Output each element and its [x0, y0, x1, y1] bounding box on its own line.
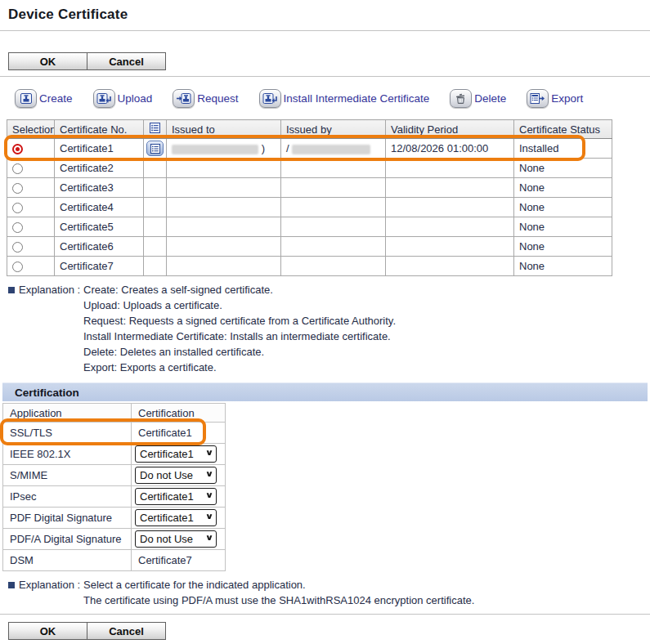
explanation-line: Install Intermediate Certificate: Instal… — [83, 329, 396, 344]
certificate-status-cell: None — [514, 257, 612, 276]
pdfa-digital-signature-certificate-select[interactable]: Do not Use — [135, 530, 217, 548]
explanation-line: Select a certificate for the indicated a… — [83, 577, 474, 593]
row-ieee-8021x: IEEE 802.1X Certificate1∨ — [3, 444, 226, 465]
issued-to-cell: ) — [167, 139, 281, 159]
validity-period-cell: 12/08/2026 01:00:00 — [386, 139, 514, 159]
request-button[interactable]: Request — [173, 89, 238, 108]
delete-button[interactable]: Delete — [450, 89, 506, 108]
create-label: Create — [39, 92, 73, 105]
details-list-icon — [150, 123, 160, 133]
device-certificate-page: Device Certificate OK Cancel Create Uplo… — [0, 0, 650, 640]
table-row-certificate3: Certificate3 None — [7, 178, 612, 198]
certificate-stamp-return-icon — [93, 89, 115, 108]
redacted-text — [172, 145, 258, 154]
certificate-status-cell: None — [514, 198, 612, 217]
divider — [0, 76, 650, 77]
explanation-line: The certificate using PDF/A must use the… — [83, 593, 474, 608]
row-pdf-digital-signature: PDF Digital Signature Certificate1∨ — [3, 508, 226, 529]
table-row-certificate1: Certificate1 ) / 12/08/2026 01:00:00 Ins… — [7, 139, 612, 159]
ok-button-bottom[interactable]: OK — [8, 622, 87, 640]
row-ipsec: IPsec Certificate1∨ — [3, 486, 226, 508]
certification-explanation: Explanation : Select a certificate for t… — [8, 577, 650, 608]
delete-label: Delete — [474, 92, 506, 105]
document-arrow-out-icon — [527, 89, 549, 108]
explanation-label: Explanation : — [8, 577, 83, 608]
table-row-certificate4: Certificate4 None — [7, 198, 612, 217]
divider — [0, 614, 650, 615]
explanation-line: Delete: Deletes an installed certificate… — [83, 344, 396, 360]
toolbar-explanation: Explanation : Create: Creates a self-sig… — [8, 282, 650, 375]
certificate3-radio[interactable] — [12, 183, 23, 194]
certificate1-details-button[interactable] — [146, 141, 164, 156]
certificate-status-cell: None — [514, 159, 612, 178]
issued-by-header: Issued by — [281, 120, 386, 139]
explanation-line: Request: Requests a signed certificate f… — [83, 313, 396, 329]
table-row-certificate2: Certificate2 None — [7, 159, 612, 178]
explanation-line: Upload: Uploads a certificate. — [83, 297, 396, 313]
upload-button[interactable]: Upload — [93, 89, 153, 108]
certification-table: Application Certification SSL/TLS Certif… — [2, 403, 226, 571]
certificate7-radio[interactable] — [12, 262, 23, 272]
selection-header: Selection — [7, 120, 55, 139]
export-button[interactable]: Export — [527, 89, 583, 108]
bottom-button-row: OK Cancel — [8, 622, 650, 640]
explanation-line: Create: Creates a self-signed certificat… — [83, 282, 396, 297]
smime-certificate-select[interactable]: Do not Use — [135, 467, 217, 484]
create-button[interactable]: Create — [15, 89, 73, 108]
export-label: Export — [551, 92, 583, 105]
page-title: Device Certificate — [8, 7, 650, 23]
top-button-row: OK Cancel — [8, 52, 650, 70]
ieee-8021x-certificate-select[interactable]: Certificate1 — [135, 445, 217, 463]
certification-table-wrap: Application Certification SSL/TLS Certif… — [2, 403, 225, 571]
issued-to-header: Issued to — [167, 120, 281, 139]
certificate-stamp-return-icon — [259, 89, 281, 108]
certificate-no-header: Certificate No. — [55, 120, 144, 139]
certificate4-radio[interactable] — [12, 203, 23, 213]
cancel-button-bottom[interactable]: Cancel — [87, 622, 166, 640]
certificate-table: Selection Certificate No. Issued to Issu… — [7, 119, 612, 276]
issued-by-cell: / — [281, 139, 386, 159]
install-intermediate-certificate-label: Install Intermediate Certificate — [284, 92, 430, 105]
divider — [0, 30, 650, 31]
validity-period-header: Validity Period — [386, 120, 514, 139]
certification-section-header: Certification — [2, 382, 648, 401]
certificate-status-cell: None — [514, 217, 612, 237]
row-pdfa-digital-signature: PDF/A Digital Signature Do not Use∨ — [3, 529, 226, 550]
row-smime: S/MIME Do not Use∨ — [3, 465, 226, 486]
table-row-certificate5: Certificate5 None — [7, 217, 612, 237]
install-intermediate-certificate-button[interactable]: Install Intermediate Certificate — [259, 89, 430, 108]
certificate-status-cell: None — [514, 178, 612, 198]
details-column-header — [144, 120, 167, 139]
ipsec-certificate-select[interactable]: Certificate1 — [135, 488, 217, 505]
certificate5-radio[interactable] — [12, 222, 23, 233]
square-bullet-icon — [8, 287, 15, 293]
certificate-table-header-row: Selection Certificate No. Issued to Issu… — [7, 120, 612, 139]
pdf-digital-signature-certificate-select[interactable]: Certificate1 — [135, 509, 217, 526]
details-list-icon — [150, 144, 160, 154]
certificate-no-cell: Certificate1 — [55, 139, 144, 159]
request-label: Request — [197, 92, 238, 105]
certificate-stamp-icon — [15, 89, 37, 108]
square-bullet-icon — [8, 582, 15, 588]
trash-icon — [450, 89, 472, 108]
redacted-text — [292, 145, 370, 154]
dsm-certificate-value: Certificate7 — [132, 550, 226, 571]
certification-header-row: Application Certification — [3, 404, 226, 423]
ok-button[interactable]: OK — [8, 52, 87, 70]
explanation-line: Export: Exports a certificate. — [83, 360, 396, 375]
certification-header: Certification — [132, 404, 226, 423]
certificate-toolbar: Create Upload Request Install Intermedia… — [15, 87, 650, 109]
cancel-button[interactable]: Cancel — [87, 52, 166, 70]
upload-label: Upload — [118, 92, 153, 105]
certificate6-radio[interactable] — [12, 242, 23, 253]
certificate2-radio[interactable] — [12, 163, 23, 174]
certificate-table-wrap: Selection Certificate No. Issued to Issu… — [7, 119, 612, 276]
application-header: Application — [3, 404, 132, 423]
ssl-tls-certificate-value: Certificate1 — [132, 423, 226, 444]
certificate-status-cell: None — [514, 237, 612, 257]
table-row-certificate6: Certificate6 None — [7, 237, 612, 257]
certificate-status-header: Certificate Status — [514, 120, 612, 139]
certificate1-radio[interactable] — [12, 144, 23, 154]
arrow-into-certificate-icon — [173, 89, 195, 108]
row-ssl-tls: SSL/TLS Certificate1 — [3, 423, 226, 444]
